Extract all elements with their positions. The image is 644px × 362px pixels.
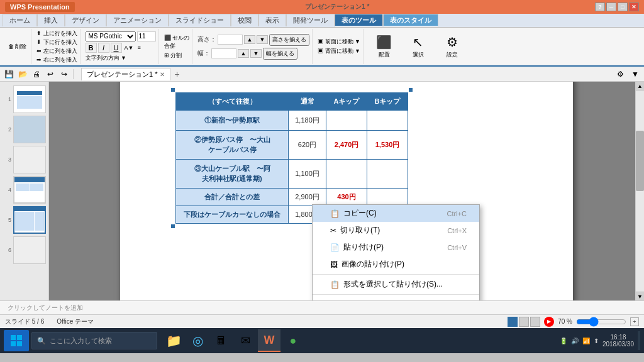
- height-input[interactable]: [218, 35, 243, 45]
- save-btn[interactable]: 💾: [3, 68, 15, 80]
- table-cell-4-3[interactable]: 430円: [326, 188, 367, 206]
- split-btn[interactable]: ⊞ 分割: [164, 52, 190, 60]
- table-cell-2-3[interactable]: 2,470円: [326, 130, 367, 159]
- italic-btn[interactable]: I: [98, 43, 109, 53]
- tab-devtools[interactable]: 開発ツール: [286, 14, 335, 26]
- insert-left-btn[interactable]: ⬅ 左に列を挿入: [36, 47, 77, 55]
- tab-insert[interactable]: 挿入: [37, 14, 65, 26]
- restore-btn[interactable]: □: [618, 3, 628, 11]
- bold-btn[interactable]: B: [86, 43, 97, 53]
- redo-btn[interactable]: ↪: [58, 68, 70, 80]
- toolbar-right-btn2[interactable]: ▼: [629, 68, 641, 80]
- table-cell-2-4[interactable]: 1,530円: [367, 130, 408, 159]
- tab-table-tools[interactable]: 表のツール: [335, 14, 383, 26]
- insert-below-btn[interactable]: ⬇ 下に行を挿入: [36, 38, 77, 47]
- reading-view-btn[interactable]: [530, 317, 540, 327]
- ctx-paste-image[interactable]: 🖼 画像の貼り付け(P): [313, 256, 479, 273]
- table-cell-3-4[interactable]: [367, 159, 408, 188]
- notes-bar[interactable]: クリックしてノートを追加: [0, 300, 644, 314]
- print-btn[interactable]: 🖨: [30, 68, 43, 80]
- handle-tr[interactable]: [408, 87, 413, 92]
- front-btn[interactable]: ▣ 前面に移動 ▼: [318, 38, 360, 46]
- play-btn[interactable]: ▶: [544, 317, 554, 327]
- table-cell-5-1[interactable]: 下段はケーブルカーなしの場合: [176, 206, 289, 223]
- tab-home[interactable]: ホーム: [3, 14, 37, 26]
- font-size-input[interactable]: [137, 31, 156, 41]
- select-btn[interactable]: ↖ 選択: [402, 31, 434, 62]
- insert-right-btn[interactable]: ➡ 右に列を挿入: [36, 56, 77, 64]
- file-tab[interactable]: プレゼンテーション1 * ✕: [81, 68, 170, 80]
- toolbar-right-btn1[interactable]: ⚙: [614, 68, 626, 80]
- scroll-down-btn[interactable]: ▼: [636, 292, 644, 300]
- table-cell-1-3[interactable]: [326, 110, 367, 130]
- delete-btn[interactable]: 🗑削除: [6, 42, 28, 52]
- slide-thumb-2[interactable]: [13, 116, 46, 143]
- text-dir-btn[interactable]: 文字列の方向 ▼: [86, 54, 126, 62]
- ctx-cut[interactable]: ✂ 切り取り(T) Ctrl+X: [313, 222, 479, 239]
- ctx-paste[interactable]: 📄 貼り付け(P) Ctrl+V: [313, 239, 479, 256]
- underline-btn[interactable]: U: [111, 43, 122, 53]
- minimize-btn[interactable]: ─: [606, 3, 616, 11]
- tab-slideshow[interactable]: スライドショー: [169, 14, 231, 26]
- align-btn[interactable]: ⬛ 配置: [369, 31, 400, 62]
- vertical-scrollbar[interactable]: ▲ ▼: [635, 82, 644, 300]
- slide-thumb-4[interactable]: [13, 176, 46, 204]
- width-input[interactable]: [211, 48, 236, 58]
- slide-thumb-3[interactable]: [13, 146, 46, 173]
- width-up-btn[interactable]: ▲: [238, 49, 249, 58]
- handle-bl[interactable]: [170, 224, 175, 229]
- table-header-1[interactable]: （すべて往復）: [176, 92, 289, 110]
- tab-review[interactable]: 校閲: [231, 14, 258, 26]
- scroll-thumb-v[interactable]: [636, 131, 644, 191]
- handle-tl[interactable]: [170, 87, 175, 92]
- ctx-copy[interactable]: 📋 コピー(C) Ctrl+C: [313, 205, 479, 222]
- new-tab-btn[interactable]: +: [170, 68, 183, 80]
- table-cell-2-1[interactable]: ②伊勢原バス停 〜大山ケーブルバス停: [176, 130, 289, 159]
- slide-item-6[interactable]: 6: [3, 236, 46, 264]
- grid-view-btn[interactable]: [519, 317, 529, 327]
- tab-close-btn[interactable]: ✕: [160, 71, 165, 78]
- table-cell-2-2[interactable]: 620円: [289, 130, 326, 159]
- height-down-btn[interactable]: ▼: [257, 35, 268, 44]
- taskbar-search[interactable]: 🔍 ここに入力して検索: [31, 332, 157, 349]
- equalize-width-btn[interactable]: 幅を揃える: [263, 48, 297, 60]
- equalize-height-btn[interactable]: 高さを揃える: [269, 34, 309, 46]
- tab-table-style[interactable]: 表のスタイル: [383, 14, 438, 26]
- taskbar-calculator[interactable]: 🖩: [210, 329, 233, 352]
- ctx-paste-special[interactable]: 📋 形式を選択して貼り付け(S)...: [313, 276, 479, 293]
- table-cell-4-2[interactable]: 2,900円: [289, 188, 326, 206]
- slide-thumb-1[interactable]: [13, 85, 46, 113]
- merge-btn[interactable]: ⬛ セルの合併: [164, 34, 190, 50]
- font-family-select[interactable]: MS PGothic: [86, 31, 136, 41]
- slide-item-3[interactable]: 3: [3, 146, 46, 173]
- scroll-up-btn[interactable]: ▲: [636, 82, 644, 90]
- ctx-font[interactable]: A フォント(F)...: [313, 296, 479, 300]
- width-down-btn[interactable]: ▼: [250, 49, 262, 58]
- table-header-2[interactable]: 通常: [289, 92, 326, 110]
- table-cell-4-1[interactable]: 合計／合計との差: [176, 188, 289, 206]
- zoom-slider[interactable]: [576, 317, 626, 327]
- start-btn[interactable]: [4, 330, 29, 351]
- taskbar-edge[interactable]: ◎: [186, 329, 209, 352]
- slide-item-5[interactable]: 5: [3, 206, 46, 234]
- table-cell-1-4[interactable]: [367, 110, 408, 130]
- table-cell-3-1[interactable]: ③大山ケーブル駅 〜阿夫利神社駅(通常期): [176, 159, 289, 188]
- undo-btn[interactable]: ↩: [44, 68, 57, 80]
- tab-animation[interactable]: アニメーション: [106, 14, 169, 26]
- slide-item-4[interactable]: 4: [3, 176, 46, 204]
- insert-above-btn[interactable]: ⬆ 上に行を挿入: [36, 30, 77, 38]
- taskbar-file-explorer[interactable]: 📁: [162, 329, 185, 352]
- clock[interactable]: 16:18 2018/03/30: [602, 334, 634, 348]
- table-cell-1-2[interactable]: 1,180円: [289, 110, 326, 130]
- normal-view-btn[interactable]: [508, 317, 518, 327]
- taskbar-app6[interactable]: ●: [282, 329, 304, 352]
- help-btn[interactable]: ?: [595, 3, 605, 11]
- back-btn[interactable]: ▣ 背面に移動 ▼: [318, 47, 360, 55]
- table-cell-4-4[interactable]: [367, 188, 408, 206]
- table-cell-1-1[interactable]: ①新宿〜伊勢原駅: [176, 110, 289, 130]
- height-up-btn[interactable]: ▲: [244, 35, 255, 44]
- table-cell-3-2[interactable]: 1,100円: [289, 159, 326, 188]
- slide-thumb-5[interactable]: [13, 206, 46, 234]
- table-cell-3-3[interactable]: [326, 159, 367, 188]
- settings-btn[interactable]: ⚙ 設定: [436, 31, 468, 62]
